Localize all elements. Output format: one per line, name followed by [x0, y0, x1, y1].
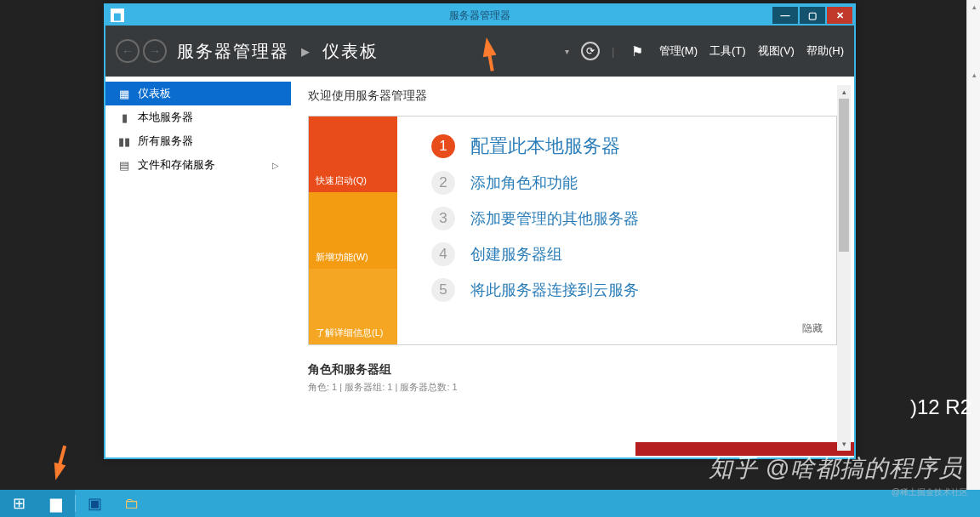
scroll-thumb[interactable]: [839, 99, 849, 252]
sidebar-item-label: 文件和存储服务: [138, 157, 215, 173]
app-icon: ▆: [111, 9, 124, 22]
roles-summary: 角色: 1 | 服务器组: 1 | 服务器总数: 1: [308, 381, 837, 394]
sidebar-item-dashboard[interactable]: ▦ 仪表板: [105, 82, 291, 105]
close-button[interactable]: ✕: [827, 7, 852, 24]
server-icon: ▮: [117, 111, 131, 124]
menu-tools[interactable]: 工具(T): [709, 43, 746, 59]
chevron-right-icon: ▸: [301, 42, 311, 60]
main-content: 欢迎使用服务器管理器 快速启动(Q) 新增功能(W) 了解详细信息(L) 1 配…: [291, 77, 854, 456]
taskbar-server-manager[interactable]: ▆: [37, 490, 75, 517]
step-connect-cloud[interactable]: 5 将此服务器连接到云服务: [431, 278, 819, 302]
scroll-up-icon[interactable]: ▴: [967, 68, 980, 82]
whatsnew-tile[interactable]: 新增功能(W): [309, 192, 397, 268]
step-label: 添加角色和功能: [470, 173, 578, 193]
step-number-icon: 5: [431, 278, 455, 302]
step-number-icon: 3: [431, 207, 455, 230]
dashboard-icon: ▦: [117, 88, 131, 100]
taskbar-powershell[interactable]: ▣: [76, 490, 113, 517]
nav-forward-button[interactable]: →: [143, 39, 167, 63]
step-label: 将此服务器连接到云服务: [470, 280, 639, 300]
step-number-icon: 2: [431, 171, 455, 195]
start-button[interactable]: ⊞: [0, 490, 37, 517]
breadcrumb-app[interactable]: 服务器管理器: [177, 42, 289, 60]
step-configure-server[interactable]: 1 配置此本地服务器: [431, 134, 819, 159]
sidebar-item-label: 仪表板: [138, 86, 171, 101]
sidebar: ▦ 仪表板 ▮ 本地服务器 ▮▮ 所有服务器 ▤ 文件和存储服务 ▷: [105, 77, 291, 456]
minimize-button[interactable]: —: [772, 7, 798, 24]
os-version-text: )12 R2: [910, 395, 971, 419]
maximize-button[interactable]: ▢: [800, 7, 825, 24]
watermark-text: 知乎 @啥都搞的程序员: [709, 452, 963, 485]
storage-icon: ▤: [117, 159, 131, 172]
separator: |: [612, 45, 614, 58]
step-number-icon: 4: [431, 242, 455, 266]
header-bar: ← → 服务器管理器 ▸ 仪表板 ▾ ⟳ | ⚑ 管理(M) 工具(T) 视图(…: [105, 26, 854, 77]
menu-manage[interactable]: 管理(M): [659, 43, 698, 59]
roles-title: 角色和服务器组: [308, 362, 837, 378]
roles-section: 角色和服务器组 角色: 1 | 服务器组: 1 | 服务器总数: 1: [308, 362, 837, 394]
chevron-right-icon: ▷: [272, 161, 279, 170]
step-create-group[interactable]: 4 创建服务器组: [431, 242, 819, 266]
titlebar[interactable]: ▆ 服务器管理器 — ▢ ✕: [105, 5, 854, 26]
step-number-icon: 1: [431, 134, 455, 158]
watermark-small: @稀土掘金技术社区: [892, 486, 968, 498]
sidebar-item-all-servers[interactable]: ▮▮ 所有服务器: [105, 129, 291, 153]
sidebar-item-label: 本地服务器: [138, 110, 193, 125]
learnmore-tile[interactable]: 了解详细信息(L): [309, 269, 397, 344]
menu-view[interactable]: 视图(V): [758, 43, 795, 59]
step-add-servers[interactable]: 3 添加要管理的其他服务器: [431, 207, 819, 230]
server-manager-window: ▆ 服务器管理器 — ▢ ✕ ← → 服务器管理器 ▸ 仪表板 ▾ ⟳ |: [104, 3, 856, 459]
servers-icon: ▮▮: [117, 135, 131, 148]
menu-help[interactable]: 帮助(H): [806, 43, 844, 59]
dropdown-icon[interactable]: ▾: [565, 47, 569, 56]
scroll-down-icon[interactable]: ▾: [837, 437, 851, 451]
scroll-up-icon[interactable]: ▴: [967, 0, 980, 14]
sidebar-item-file-storage[interactable]: ▤ 文件和存储服务 ▷: [105, 153, 291, 177]
step-label: 配置此本地服务器: [470, 134, 620, 159]
breadcrumb-page[interactable]: 仪表板: [322, 42, 379, 60]
hide-link[interactable]: 隐藏: [802, 321, 823, 336]
steps-list: 1 配置此本地服务器 2 添加角色和功能 3 添加要管理的其他服务器 4: [397, 116, 836, 344]
step-add-roles[interactable]: 2 添加角色和功能: [431, 171, 819, 195]
window-title: 服务器管理器: [449, 9, 510, 23]
nav-back-button[interactable]: ←: [116, 39, 140, 63]
step-label: 创建服务器组: [470, 244, 562, 264]
sidebar-item-label: 所有服务器: [138, 134, 193, 149]
scroll-up-icon[interactable]: ▴: [837, 85, 851, 99]
refresh-button[interactable]: ⟳: [581, 42, 600, 60]
welcome-panel: 快速启动(Q) 新增功能(W) 了解详细信息(L) 1 配置此本地服务器 2 添…: [308, 116, 837, 345]
flag-icon[interactable]: ⚑: [627, 41, 647, 61]
taskbar-explorer[interactable]: 🗀: [113, 490, 151, 517]
breadcrumb: 服务器管理器 ▸ 仪表板: [177, 40, 379, 63]
quickstart-tile[interactable]: 快速启动(Q): [309, 116, 397, 192]
sidebar-item-local-server[interactable]: ▮ 本地服务器: [105, 105, 291, 129]
annotation-arrow-icon: [48, 463, 66, 488]
content-scrollbar[interactable]: ▴ ▾: [837, 85, 851, 451]
outer-scrollbar[interactable]: ▴ ▴ ▾: [966, 0, 980, 517]
welcome-heading: 欢迎使用服务器管理器: [308, 88, 837, 104]
step-label: 添加要管理的其他服务器: [470, 208, 639, 229]
taskbar[interactable]: ⊞ ▆ ▣ 🗀: [0, 490, 980, 517]
